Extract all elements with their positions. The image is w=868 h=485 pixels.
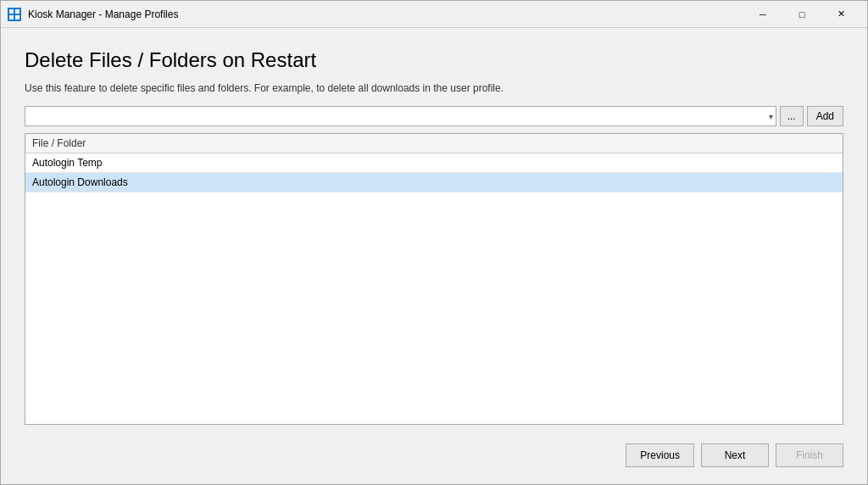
svg-rect-2 <box>9 15 14 20</box>
close-button[interactable]: ✕ <box>821 1 860 28</box>
window-controls: ─ □ ✕ <box>743 1 860 28</box>
previous-button[interactable]: Previous <box>626 443 694 467</box>
list-header: File / Folder <box>25 134 843 153</box>
input-row: ▾ ... Add <box>25 106 843 126</box>
finish-button[interactable]: Finish <box>776 443 843 467</box>
list-item[interactable]: Autologin Temp <box>25 153 843 173</box>
path-dropdown[interactable] <box>25 106 776 126</box>
svg-rect-1 <box>15 9 19 14</box>
list-item[interactable]: Autologin Downloads <box>25 173 843 192</box>
window-title: Kiosk Manager - Manage Profiles <box>28 8 743 20</box>
svg-rect-0 <box>9 9 14 14</box>
maximize-button[interactable]: □ <box>782 1 821 28</box>
next-button[interactable]: Next <box>701 443 769 467</box>
svg-rect-3 <box>15 15 19 20</box>
browse-button[interactable]: ... <box>780 106 804 126</box>
path-input-wrapper: ▾ <box>25 106 776 126</box>
main-window: Kiosk Manager - Manage Profiles ─ □ ✕ De… <box>0 0 868 485</box>
page-description: Use this feature to delete specific file… <box>25 82 843 94</box>
footer-buttons: Previous Next Finish <box>25 437 843 471</box>
app-icon <box>8 8 21 21</box>
main-content: Delete Files / Folders on Restart Use th… <box>1 28 867 484</box>
page-title: Delete Files / Folders on Restart <box>25 48 843 72</box>
add-button[interactable]: Add <box>807 106 843 126</box>
file-list-container: File / Folder Autologin Temp Autologin D… <box>25 133 843 425</box>
titlebar: Kiosk Manager - Manage Profiles ─ □ ✕ <box>1 1 867 28</box>
minimize-button[interactable]: ─ <box>743 1 782 28</box>
